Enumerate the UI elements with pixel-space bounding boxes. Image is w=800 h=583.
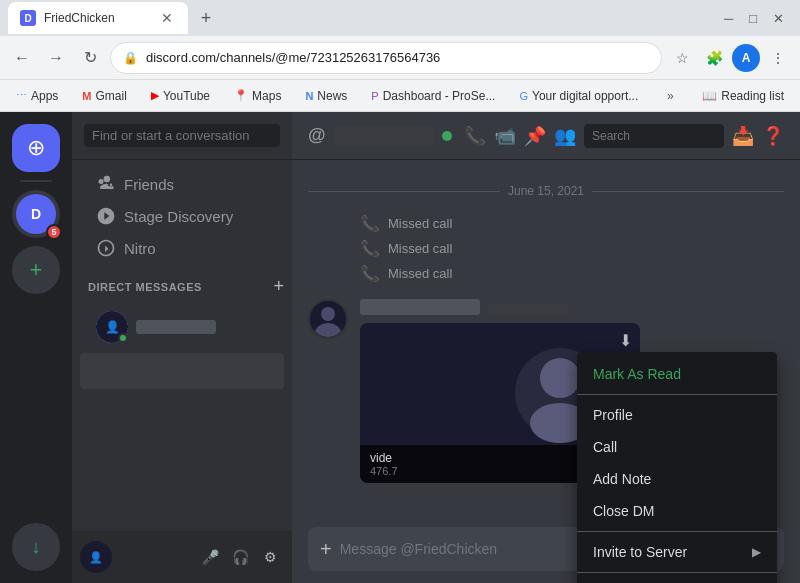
context-menu-divider-3: [577, 572, 777, 573]
dm-list: 👤: [72, 301, 292, 397]
context-menu-divider-1: [577, 394, 777, 395]
friends-icon: [96, 174, 116, 194]
chat-search-placeholder: Search: [592, 129, 630, 143]
browser-titlebar: D FriedChicken ✕ + ─ □ ✕: [0, 0, 800, 36]
video-download-button[interactable]: ⬇: [619, 331, 632, 350]
message-time: [488, 304, 568, 315]
context-call[interactable]: Call: [577, 431, 777, 463]
help-icon[interactable]: ❓: [762, 125, 784, 147]
bookmark-gmail[interactable]: M Gmail: [74, 87, 135, 105]
maximize-button[interactable]: □: [749, 11, 757, 26]
chat-search-box[interactable]: Search: [584, 124, 724, 148]
header-username: [334, 126, 434, 146]
bookmark-dashboard[interactable]: P Dashboard - ProSe...: [363, 87, 503, 105]
tab-close-button[interactable]: ✕: [158, 9, 176, 27]
dm-add-button[interactable]: +: [273, 276, 284, 297]
search-input[interactable]: Find or start a conversation: [84, 124, 280, 147]
more-options-button[interactable]: ⋮: [764, 44, 792, 72]
toolbar-icons: ☆ 🧩 A ⋮: [668, 44, 792, 72]
user-avatar: 👤: [80, 541, 112, 573]
context-add-note[interactable]: Add Note: [577, 463, 777, 495]
context-invite-to-server[interactable]: Invite to Server ▶: [577, 536, 777, 568]
sidebar-item-nitro[interactable]: Nitro: [80, 232, 284, 264]
browser-tab[interactable]: D FriedChicken ✕: [8, 2, 188, 34]
lock-icon: 🔒: [123, 51, 138, 65]
mute-button[interactable]: 🎤: [196, 543, 224, 571]
close-window-button[interactable]: ✕: [773, 11, 784, 26]
missed-call-3: 📞 Missed call: [360, 264, 784, 283]
header-status: [442, 131, 452, 141]
server-icon-1[interactable]: D 5: [12, 190, 60, 238]
context-mark-as-read[interactable]: Mark As Read: [577, 358, 777, 390]
message-header: [360, 299, 784, 315]
sidebar-bottom: 👤 🎤 🎧 ⚙: [72, 531, 292, 583]
missed-calls: 📞 Missed call 📞 Missed call 📞 Missed cal…: [360, 214, 784, 283]
discord-app: ⊕ D 5 + ↓ Find or start a: [0, 112, 800, 583]
download-button[interactable]: ↓: [12, 523, 60, 571]
dm-username: [136, 320, 216, 334]
extensions-button[interactable]: 🧩: [700, 44, 728, 72]
minimize-button[interactable]: ─: [724, 11, 733, 26]
dm-section-header: DIRECT MESSAGES +: [72, 272, 292, 301]
bookmark-news[interactable]: N News: [297, 87, 355, 105]
date-line-left: [308, 191, 500, 192]
nitro-icon: [96, 238, 116, 258]
missed-call-1: 📞 Missed call: [360, 214, 784, 233]
svg-point-1: [321, 307, 335, 321]
forward-button[interactable]: →: [42, 44, 70, 72]
address-text: discord.com/channels/@me/723125263176564…: [146, 50, 649, 65]
discord-home-button[interactable]: ⊕: [12, 124, 60, 172]
message-username: [360, 299, 480, 315]
refresh-button[interactable]: ↻: [76, 44, 104, 72]
bookmark-star-button[interactable]: ☆: [668, 44, 696, 72]
context-menu-divider-2: [577, 531, 777, 532]
dm-avatar-wrap: 👤: [96, 311, 128, 343]
attachment-button[interactable]: +: [320, 538, 332, 561]
member-list-icon[interactable]: 👥: [554, 125, 576, 147]
server-sidebar: ⊕ D 5 + ↓: [0, 112, 72, 583]
pin-icon[interactable]: 📌: [524, 125, 546, 147]
call-icon[interactable]: 📞: [464, 125, 486, 147]
message-avatar: [308, 299, 348, 339]
context-profile[interactable]: Profile: [577, 399, 777, 431]
deafen-button[interactable]: 🎧: [226, 543, 254, 571]
tab-title: FriedChicken: [44, 11, 150, 25]
bookmarks-bar: ⋯ Apps M Gmail ▶ YouTube 📍 Maps N News P…: [0, 80, 800, 112]
missed-call-2: 📞 Missed call: [360, 239, 784, 258]
video-call-icon[interactable]: 📹: [494, 125, 516, 147]
reading-list-button[interactable]: 📖 Reading list: [694, 87, 792, 105]
status-indicator: [118, 333, 128, 343]
context-menu: Mark As Read Profile Call Add Note Close…: [577, 352, 777, 583]
missed-call-icon-1: 📞: [360, 214, 380, 233]
search-bar: Find or start a conversation: [72, 112, 292, 160]
date-text: June 15, 2021: [508, 184, 584, 198]
address-bar[interactable]: 🔒 discord.com/channels/@me/7231252631765…: [110, 42, 662, 74]
browser-frame: D FriedChicken ✕ + ─ □ ✕ ← → ↻ 🔒 discord…: [0, 0, 800, 583]
add-server-button[interactable]: +: [12, 246, 60, 294]
bookmark-digital[interactable]: G Your digital opport...: [511, 87, 646, 105]
bookmark-maps[interactable]: 📍 Maps: [226, 87, 289, 105]
bottom-icons: 🎤 🎧 ⚙: [196, 543, 284, 571]
context-close-dm[interactable]: Close DM: [577, 495, 777, 527]
inbox-icon[interactable]: 📥: [732, 125, 754, 147]
chat-header: @ 📞 📹 📌 👥 Search 📥 ❓: [292, 112, 800, 160]
stage-discovery-icon: [96, 206, 116, 226]
back-button[interactable]: ←: [8, 44, 36, 72]
more-bookmarks-button[interactable]: »: [659, 87, 682, 105]
sidebar-item-friends[interactable]: Friends: [80, 168, 284, 200]
bookmark-apps[interactable]: ⋯ Apps: [8, 87, 66, 105]
dm-list-item[interactable]: 👤: [80, 305, 284, 349]
new-tab-button[interactable]: +: [192, 4, 220, 32]
server-divider: [20, 180, 52, 182]
date-line-right: [592, 191, 784, 192]
notification-badge: 5: [46, 224, 62, 240]
context-remove-friend[interactable]: Remove Friend: [577, 577, 777, 583]
missed-call-icon-2: 📞: [360, 239, 380, 258]
sidebar-item-stage-discovery[interactable]: Stage Discovery: [80, 200, 284, 232]
header-at-symbol: @: [308, 125, 326, 146]
profile-button[interactable]: A: [732, 44, 760, 72]
bookmark-youtube[interactable]: ▶ YouTube: [143, 87, 218, 105]
dm-placeholder: [80, 353, 284, 389]
date-divider: June 15, 2021: [308, 184, 784, 198]
settings-button[interactable]: ⚙: [256, 543, 284, 571]
